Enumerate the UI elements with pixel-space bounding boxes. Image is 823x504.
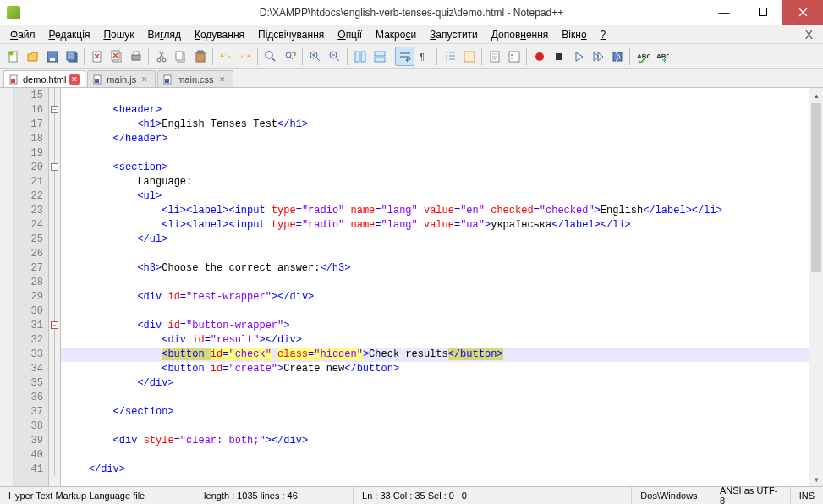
replace-button[interactable]: [280, 47, 299, 66]
scroll-down-icon[interactable]: ▾: [809, 472, 823, 486]
menu-help[interactable]: ?: [594, 27, 613, 42]
svg-rect-40: [95, 79, 99, 83]
new-button[interactable]: [3, 47, 23, 66]
spellcheck-next-button[interactable]: ABC: [652, 47, 672, 66]
menu-encoding[interactable]: Кодування: [188, 27, 251, 42]
save-button[interactable]: [42, 47, 62, 66]
cut-button[interactable]: [151, 47, 171, 66]
close-button[interactable]: [782, 0, 823, 25]
svg-rect-6: [67, 52, 75, 60]
doc-map-button[interactable]: [485, 47, 504, 66]
tab-close-icon[interactable]: ✕: [69, 74, 80, 85]
svg-rect-23: [361, 52, 365, 62]
save-macro-button[interactable]: [607, 47, 627, 66]
statusbar: Hyper Text Markup Language file length :…: [0, 486, 823, 504]
stop-macro-button[interactable]: [549, 47, 568, 66]
tab-label: demo.html: [23, 74, 66, 85]
scroll-thumb[interactable]: [811, 103, 821, 272]
save-all-button[interactable]: [62, 47, 81, 66]
svg-rect-16: [196, 52, 205, 62]
svg-text:ABC: ABC: [637, 52, 650, 60]
menu-window[interactable]: Вікно: [555, 27, 593, 42]
tab-main-css[interactable]: main.css ✕: [157, 70, 233, 87]
svg-rect-10: [132, 55, 140, 60]
menu-view[interactable]: Вигляд: [141, 27, 188, 42]
status-eol[interactable]: Dos\Windows: [632, 487, 711, 504]
svg-point-32: [535, 52, 544, 61]
tab-close-icon[interactable]: ✕: [140, 74, 150, 85]
line-number-gutter[interactable]: 1516171819202122232425262728293031323334…: [14, 88, 49, 486]
tab-demo-html[interactable]: demo.html ✕: [3, 70, 85, 87]
fold-box-icon[interactable]: −: [51, 106, 58, 113]
fold-margin[interactable]: − − −: [49, 88, 61, 486]
play-multi-button[interactable]: [588, 47, 607, 66]
tab-label: main.js: [107, 74, 136, 85]
svg-point-31: [511, 58, 513, 59]
menubar: Файл Редакція Пошук Вигляд Кодування Під…: [0, 25, 823, 44]
copy-button[interactable]: [171, 47, 190, 66]
fold-box-icon[interactable]: −: [51, 163, 58, 171]
svg-rect-11: [134, 52, 139, 55]
menu-file[interactable]: Файл: [3, 27, 42, 42]
svg-point-30: [511, 54, 513, 56]
fold-box-icon[interactable]: −: [51, 321, 58, 329]
print-button[interactable]: [126, 47, 145, 66]
vertical-scrollbar[interactable]: ▴ ▾: [809, 88, 823, 486]
maximize-button[interactable]: [743, 0, 782, 25]
window-controls: —: [705, 0, 823, 25]
record-macro-button[interactable]: [529, 47, 549, 66]
svg-rect-22: [355, 52, 359, 62]
sync-v-button[interactable]: [350, 47, 370, 66]
zoom-in-button[interactable]: [305, 47, 325, 66]
func-list-button[interactable]: [504, 47, 524, 66]
undo-button[interactable]: [216, 47, 235, 66]
menu-highlight[interactable]: Підсвічування: [251, 27, 331, 42]
minimize-button[interactable]: —: [705, 0, 743, 25]
code-area[interactable]: <header> <h1>English Tenses Test</h1> </…: [61, 88, 809, 486]
status-filetype: Hyper Text Markup Language file: [0, 487, 195, 504]
svg-rect-24: [375, 52, 385, 56]
app-icon: [7, 6, 20, 19]
user-lang-button[interactable]: [459, 47, 479, 66]
close-file-button[interactable]: [87, 47, 107, 66]
spellcheck-button[interactable]: ABC: [633, 47, 652, 66]
find-button[interactable]: [261, 47, 280, 66]
svg-rect-0: [759, 8, 766, 16]
indent-guide-button[interactable]: [440, 47, 459, 66]
titlebar: D:\XAMPP\htdocs\english-verb-tenses-quiz…: [0, 0, 823, 25]
menu-macros[interactable]: Макроси: [369, 27, 423, 42]
editor: 1516171819202122232425262728293031323334…: [0, 88, 823, 486]
play-macro-button[interactable]: [568, 47, 588, 66]
menu-options[interactable]: Опції: [331, 27, 369, 42]
svg-point-13: [162, 58, 166, 62]
tab-label: main.css: [177, 74, 213, 85]
svg-rect-17: [198, 51, 203, 53]
menu-search[interactable]: Пошук: [96, 27, 140, 42]
menu-run[interactable]: Запустити: [423, 27, 485, 42]
marker-margin[interactable]: [0, 88, 14, 486]
toolbar: ¶ ABC ABC: [0, 44, 823, 69]
svg-rect-27: [464, 52, 475, 62]
sync-h-button[interactable]: [370, 47, 389, 66]
open-button[interactable]: [23, 47, 42, 66]
tab-main-js[interactable]: main.js ✕: [87, 70, 156, 87]
scroll-up-icon[interactable]: ▴: [809, 88, 823, 102]
close-all-button[interactable]: [107, 47, 126, 66]
status-mode[interactable]: INS: [791, 487, 823, 504]
paste-button[interactable]: [190, 47, 210, 66]
mdi-close-button[interactable]: X: [798, 28, 820, 41]
status-encoding[interactable]: ANSI as UTF-8: [711, 487, 791, 504]
menu-edit[interactable]: Редакція: [42, 27, 97, 42]
redo-button[interactable]: [235, 47, 255, 66]
svg-point-12: [157, 58, 161, 62]
svg-rect-33: [556, 53, 562, 60]
wordwrap-button[interactable]: [395, 47, 414, 66]
tab-close-icon[interactable]: ✕: [217, 74, 228, 85]
file-icon: [93, 74, 103, 85]
zoom-out-button[interactable]: [325, 47, 344, 66]
show-all-chars-button[interactable]: ¶: [414, 47, 434, 66]
file-icon: [9, 74, 19, 85]
svg-point-2: [8, 51, 13, 55]
menu-plugins[interactable]: Доповнення: [485, 27, 556, 42]
svg-rect-15: [176, 52, 183, 60]
